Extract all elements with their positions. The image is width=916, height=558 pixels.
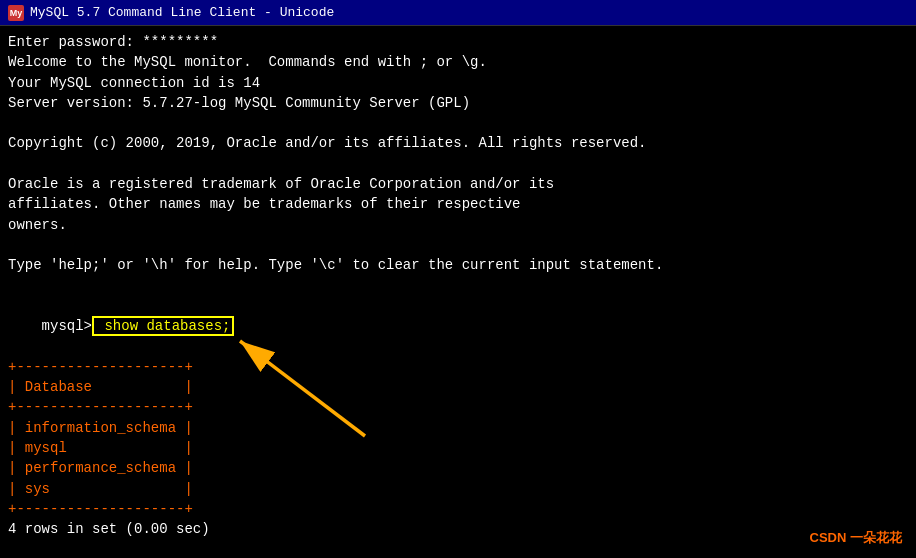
- mysql-prompt: mysql>: [42, 318, 92, 334]
- line-oracle2: affiliates. Other names may be trademark…: [8, 194, 908, 214]
- line-empty3: [8, 235, 908, 255]
- line-copyright: Copyright (c) 2000, 2019, Oracle and/or …: [8, 133, 908, 153]
- terminal-window[interactable]: Enter password: ********* Welcome to the…: [0, 26, 916, 558]
- table-top-border: +--------------------+: [8, 357, 908, 377]
- line-help: Type 'help;' or '\h' for help. Type '\c'…: [8, 255, 908, 275]
- window-title: MySQL 5.7 Command Line Client - Unicode: [30, 5, 334, 20]
- table-mid-border: +--------------------+: [8, 397, 908, 417]
- final-prompt-line: mysql>: [8, 539, 908, 558]
- result-line: 4 rows in set (0.00 sec): [8, 519, 908, 539]
- table-header: | Database |: [8, 377, 908, 397]
- title-bar: My MySQL 5.7 Command Line Client - Unico…: [0, 0, 916, 26]
- line-empty4: [8, 276, 908, 296]
- line-empty1: [8, 113, 908, 133]
- watermark-author: 一朵花花: [850, 530, 902, 545]
- arrow-annotation: [210, 321, 370, 441]
- table-bottom-border: +--------------------+: [8, 499, 908, 519]
- line-server-version: Server version: 5.7.27-log MySQL Communi…: [8, 93, 908, 113]
- app-icon: My: [8, 5, 24, 21]
- watermark: CSDN 一朵花花: [810, 529, 902, 548]
- table-row-4: | sys |: [8, 479, 908, 499]
- line-empty2: [8, 154, 908, 174]
- line-oracle3: owners.: [8, 215, 908, 235]
- watermark-site: CSDN: [810, 530, 850, 545]
- svg-line-1: [240, 341, 365, 436]
- command-line: mysql> show databases;: [8, 296, 908, 357]
- table-row-3: | performance_schema |: [8, 458, 908, 478]
- line-connection-id: Your MySQL connection id is 14: [8, 73, 908, 93]
- table-row-1: | information_schema |: [8, 418, 908, 438]
- line-welcome: Welcome to the MySQL monitor. Commands e…: [8, 52, 908, 72]
- line-password: Enter password: *********: [8, 32, 908, 52]
- table-row-2: | mysql |: [8, 438, 908, 458]
- line-oracle1: Oracle is a registered trademark of Orac…: [8, 174, 908, 194]
